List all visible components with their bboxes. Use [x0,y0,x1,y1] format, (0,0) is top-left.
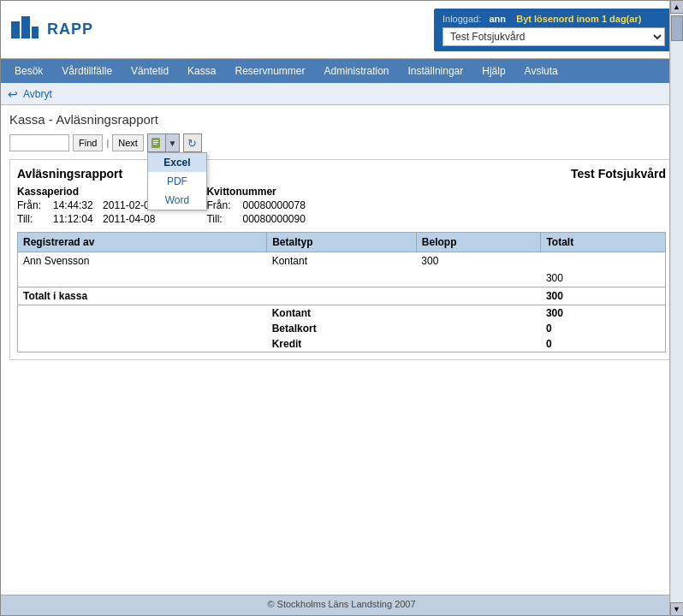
kassaperiod-col: Kassaperiod Från: 14:44:32 2011-02-08 Ti… [17,186,155,225]
svg-rect-4 [153,140,158,141]
cell-belopp: 300 [416,252,541,270]
summary-row-betalkort: Betalkort 0 [18,321,666,336]
cell-registrerad: Ann Svensson [18,252,267,270]
separator: | [106,138,109,148]
report-clinic: Test Fotsjukvård [571,167,666,181]
nav-besok[interactable]: Besök [6,62,51,80]
to-label: Till: [17,213,50,225]
summary-row-kontant: Kontant 300 [18,305,666,322]
to-period-row: Till: 11:12:04 2011-04-08 [17,213,155,225]
svg-rect-0 [11,21,20,38]
total-label: Totalt i kassa [18,287,267,305]
summary-betalkort-label: Betalkort [267,321,417,336]
kvitto-to-row: Till: 00080000090 [206,213,305,225]
summary-kontant-label: Kontant [267,305,417,322]
toolbar: Find | Next ▼ [9,133,674,152]
logo-area: RAPP [9,15,93,45]
subtotal-value: 300 [541,270,666,287]
summary-kontant-value: 300 [541,305,666,322]
subbar: ↩ Avbryt [1,83,682,105]
report-header: Avläsningsrapport Test Fotsjukvård [17,167,666,181]
nav-vardtillfalle[interactable]: Vårdtillfälle [53,62,121,80]
svg-rect-6 [153,144,157,145]
navbar: Besök Vårdtillfälle Väntetid Kassa Reser… [1,59,682,83]
summary-kredit-label: Kredit [267,336,417,352]
warning-label: Byt lösenord inom 1 dag(ar) [516,14,641,24]
summary-kredit-value: 0 [541,336,666,352]
next-button[interactable]: Next [112,134,144,151]
report-title: Avläsningsrapport [17,167,122,181]
data-table: Registrerad av Betaltyp Belopp Totalt An… [17,232,666,352]
nav-installningar[interactable]: Inställningar [400,62,472,80]
export-dropdown-arrow[interactable]: ▼ [165,134,179,151]
back-arrow-icon[interactable]: ↩ [8,87,18,101]
to-time: 11:12:04 [53,213,93,225]
find-button[interactable]: Find [73,134,103,151]
kvitto-label: Kvittonummer [206,186,305,198]
summary-row-kredit: Kredit 0 [18,336,666,352]
from-label: Från: [17,199,50,211]
page-title: Kassa - Avläsningsrapport [9,112,674,127]
logo-text: RAPP [47,21,93,38]
col-header-registrerad: Registrerad av [18,233,267,252]
export-excel-item[interactable]: Excel [148,153,206,172]
svg-rect-5 [153,142,158,143]
kassaperiod-label: Kassaperiod [17,186,155,198]
logo-icon [9,15,40,45]
login-area: Inloggad: ann Byt lösenord inom 1 dag(ar… [434,9,674,51]
nav-vantetid[interactable]: Väntetid [122,62,177,80]
report-area: Avläsningsrapport Test Fotsjukvård Kassa… [9,159,674,360]
login-label: Inloggad: [442,14,481,24]
table-row: Ann Svensson Kontant 300 [18,252,666,270]
export-button[interactable]: ▼ [147,133,180,152]
kvitto-col: Kvittonummer Från: 00080000078 Till: 000… [206,186,305,225]
kvitto-to-label: Till: [206,213,239,225]
footer-text: © Stockholms Läns Landsting 2007 [267,599,415,609]
clinic-select[interactable]: Test Fotsjukvård [442,27,665,46]
col-header-totalt: Totalt [541,233,666,252]
login-info: Inloggad: ann Byt lösenord inom 1 dag(ar… [442,14,665,24]
search-input[interactable] [9,134,69,151]
total-value: 300 [541,287,666,305]
kvitto-from-label: Från: [206,199,239,211]
main-content: Kassa - Avläsningsrapport Find | Next [1,105,682,595]
col-header-belopp: Belopp [416,233,541,252]
total-row: Totalt i kassa 300 [18,287,666,305]
kvitto-to-val: 00080000090 [242,213,305,225]
refresh-button[interactable]: ↻ [183,133,202,152]
cell-totalt [541,252,666,270]
nav-avsluta[interactable]: Avsluta [516,62,567,80]
col-header-betaltyp: Betaltyp [267,233,417,252]
svg-rect-1 [21,16,30,38]
to-date: 2011-04-08 [103,213,155,225]
kvitto-from-val: 00080000078 [242,199,305,211]
export-wrapper: ▼ Excel PDF Word [147,133,180,152]
cell-betaltyp: Kontant [267,252,417,270]
summary-betalkort-value: 0 [541,321,666,336]
username-label: ann [489,14,506,24]
scrollbar-vertical[interactable]: ▲ ▼ [669,105,682,595]
period-section: Kassaperiod Från: 14:44:32 2011-02-08 Ti… [17,186,666,225]
scroll-track[interactable] [671,105,683,595]
from-time: 14:44:32 [53,199,93,211]
nav-kassa[interactable]: Kassa [179,62,224,80]
content-area: Kassa - Avläsningsrapport Find | Next [1,105,682,595]
export-word-item[interactable]: Word [148,191,206,210]
svg-rect-2 [32,27,39,38]
nav-hjalp[interactable]: Hjälp [473,62,514,80]
nav-administration[interactable]: Administration [316,62,398,80]
export-dropdown-menu: Excel PDF Word [147,152,207,210]
kvitto-from-row: Från: 00080000078 [206,199,305,211]
export-pdf-item[interactable]: PDF [148,172,206,191]
export-icon [148,134,165,151]
back-button[interactable]: Avbryt [23,88,52,100]
from-period-row: Från: 14:44:32 2011-02-08 [17,199,155,211]
subtotal-row: 300 [18,270,666,287]
header: RAPP Inloggad: ann Byt lösenord inom 1 d… [1,1,682,59]
footer: © Stockholms Läns Landsting 2007 [1,595,682,615]
nav-reservnummer[interactable]: Reservnummer [226,62,313,80]
table-header-row: Registrerad av Betaltyp Belopp Totalt [18,233,666,252]
